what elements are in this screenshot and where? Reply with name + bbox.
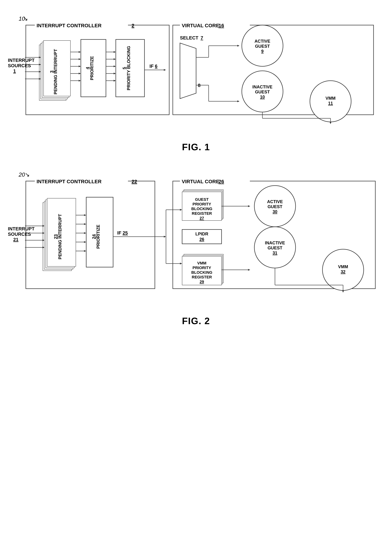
vmm-pbr-label-fig2: VMM	[197, 261, 206, 265]
priority-blocking-num-fig1: 5	[122, 67, 127, 69]
prioritize-label-fig2: PRIORITIZE	[96, 225, 100, 249]
svg-text:GUEST: GUEST	[268, 245, 282, 250]
svg-text:REGISTER: REGISTER	[192, 275, 212, 279]
svg-text:BLOCKING: BLOCKING	[191, 206, 212, 211]
active-guest-label-fig2: ACTIVE	[267, 199, 283, 204]
prioritize-num-fig2: 24	[91, 234, 96, 239]
svg-text:SOURCES: SOURCES	[8, 63, 31, 68]
prioritize-label-fig1: PRIORITIZE	[89, 56, 94, 80]
interrupt-ctrl-title-fig2: INTERRUPT CONTROLLER	[37, 179, 101, 184]
virtual-core-num-fig1: 16	[218, 23, 224, 28]
vmm-pbr-num-fig2: 29	[199, 280, 204, 284]
pending-interrupt-num-fig2: 23	[53, 234, 58, 239]
pending-interrupt-num-fig1: 3	[49, 70, 54, 73]
vmm-num-fig1: 11	[328, 101, 333, 106]
svg-marker-107	[342, 290, 344, 293]
active-guest-num-fig1: 9	[261, 49, 263, 54]
active-guest-num-fig2: 30	[273, 209, 277, 214]
svg-text:GUEST: GUEST	[268, 204, 282, 209]
svg-text:GUEST: GUEST	[255, 44, 270, 49]
if-label-fig1: IF	[149, 64, 154, 69]
if-num-fig1: 6	[155, 64, 157, 69]
virtual-core-num-fig2: 26	[218, 179, 224, 184]
active-guest-label-fig1: ACTIVE	[254, 39, 270, 44]
interrupt-sources-num-fig1: 1	[13, 68, 16, 74]
fig1-label: FIG. 1	[182, 142, 210, 152]
priority-blocking-label-fig1: PRIORITY BLOCKING	[126, 46, 131, 90]
vmm-num-fig2: 32	[341, 269, 345, 274]
svg-marker-42	[330, 122, 331, 124]
svg-text:PRIORITY: PRIORITY	[193, 202, 211, 206]
if-num-fig2: 25	[123, 230, 128, 235]
gpbr-num-fig2: 27	[199, 216, 204, 220]
fig2-corner-label: 20	[19, 171, 25, 178]
virtual-core-title-fig2: VIRTUAL CORE	[182, 179, 219, 184]
vmm-label-fig2: VMM	[338, 264, 348, 269]
svg-text:↘: ↘	[23, 15, 28, 22]
svg-text:SOURCES: SOURCES	[8, 231, 31, 237]
vmm-label-fig1: VMM	[326, 96, 336, 100]
pending-interrupt-label-fig2: PENDING INTERRUPT	[58, 214, 62, 260]
lpidr-num-fig2: 26	[199, 237, 204, 242]
select-num-fig1: 7	[201, 35, 203, 40]
interrupt-sources-num-fig2: 21	[13, 237, 19, 242]
interrupt-ctrl-num-fig2: 22	[132, 179, 137, 184]
interrupt-ctrl-title-fig1: INTERRUPT CONTROLLER	[37, 23, 101, 28]
figure-2-wrapper: 20 ↘ INTERRUPT CONTROLLER 22 PENDING INT…	[8, 167, 384, 326]
interrupt-sources-label-fig1: INTERRUPT	[8, 58, 35, 63]
svg-text:REGISTER: REGISTER	[192, 211, 212, 216]
fig2-label: FIG. 2	[182, 315, 210, 326]
svg-text:GUEST: GUEST	[255, 90, 270, 94]
interrupt-sources-label-fig2: INTERRUPT	[8, 226, 35, 231]
lpidr-label-fig2: LPIDR	[195, 231, 208, 236]
page-container: 10 ↘ INTERRUPT CONTROLLER 2 PENDING INTE…	[8, 11, 384, 326]
svg-text:↘: ↘	[25, 171, 30, 178]
inactive-guest-label-fig2: INACTIVE	[265, 240, 285, 245]
select-label-fig1: SELECT	[180, 35, 198, 40]
inactive-guest-num-fig1: 10	[260, 95, 265, 99]
interrupt-ctrl-num-fig1: 2	[132, 23, 134, 28]
prioritize-num-fig1: 4	[85, 67, 90, 69]
svg-text:BLOCKING: BLOCKING	[191, 270, 212, 275]
inactive-guest-label-fig1: INACTIVE	[252, 85, 272, 89]
svg-text:PRIORITY: PRIORITY	[193, 265, 211, 270]
fig1-svg: 10 ↘ INTERRUPT CONTROLLER 2 PENDING INTE…	[8, 11, 384, 136]
virtual-core-title-fig1: VIRTUAL CORE	[182, 23, 219, 28]
mux-shape-fig1	[180, 43, 196, 99]
inactive-guest-num-fig2: 31	[273, 250, 277, 255]
figure-1-wrapper: 10 ↘ INTERRUPT CONTROLLER 2 PENDING INTE…	[8, 11, 384, 152]
if-label-fig2: IF	[117, 230, 121, 235]
fig2-svg: 20 ↘ INTERRUPT CONTROLLER 22 PENDING INT…	[8, 167, 384, 310]
gpbr-label-fig2: GUEST	[195, 197, 209, 202]
svg-marker-69	[164, 236, 166, 238]
